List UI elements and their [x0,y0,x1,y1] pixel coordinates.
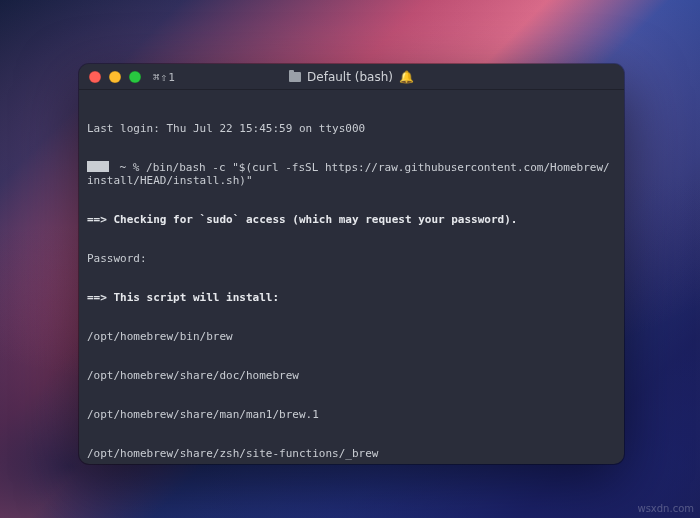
traffic-lights [89,71,141,83]
last-login: Last login: Thu Jul 22 15:45:59 on ttys0… [87,122,616,135]
password-prompt: Password: [87,252,616,265]
folder-icon [289,72,301,82]
close-icon[interactable] [89,71,101,83]
install-path: /opt/homebrew/share/zsh/site-functions/_… [87,447,616,460]
sudo-msg: Checking for `sudo` access (which may re… [114,213,518,226]
install-msg: This script will install: [114,291,280,304]
bell-icon: 🔔 [399,70,414,84]
shortcut-label: ⌘⇧1 [153,71,176,84]
arrow-icon: ==> [87,213,107,226]
install-path: /opt/homebrew/share/doc/homebrew [87,369,616,382]
watermark: wsxdn.com [637,503,694,514]
install-header: ==> This script will install: [87,291,616,304]
title-text: Default (bash) [307,70,393,84]
command-text: ~ % /bin/bash -c "$(curl -fsSL https://r… [87,161,610,187]
terminal-body[interactable]: Last login: Thu Jul 22 15:45:59 on ttys0… [79,90,624,464]
install-path: /opt/homebrew/share/man/man1/brew.1 [87,408,616,421]
sudo-line: ==> Checking for `sudo` access (which ma… [87,213,616,226]
command-line: ~ % /bin/bash -c "$(curl -fsSL https://r… [87,161,616,187]
zoom-icon[interactable] [129,71,141,83]
titlebar[interactable]: ⌘⇧1 Default (bash) 🔔 [79,64,624,90]
prompt-user-block [87,161,109,172]
install-path: /opt/homebrew/bin/brew [87,330,616,343]
arrow-icon: ==> [87,291,107,304]
minimize-icon[interactable] [109,71,121,83]
terminal-window: ⌘⇧1 Default (bash) 🔔 Last login: Thu Jul… [79,64,624,464]
